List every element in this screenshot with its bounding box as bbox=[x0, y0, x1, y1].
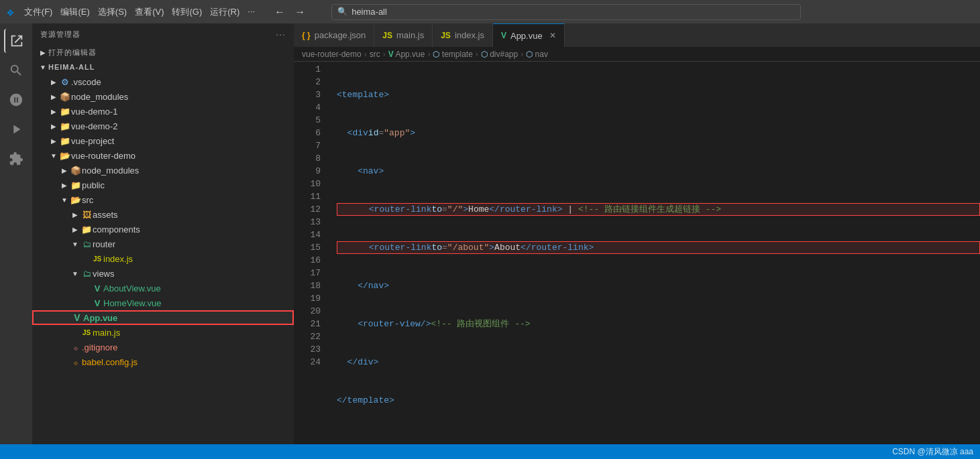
tab-index-js-label: index.js bbox=[455, 30, 484, 40]
components-label: components bbox=[93, 224, 294, 235]
heima-all-arrow: ▼ bbox=[38, 64, 48, 71]
sidebar-item-vue-demo-1[interactable]: ▶ 📁 vue-demo-1 bbox=[32, 104, 294, 119]
node-modules-root-label: node_modules bbox=[71, 92, 294, 102]
public-label: public bbox=[82, 180, 294, 190]
tab-app-vue[interactable]: V App.vue ✕ bbox=[493, 23, 565, 47]
src-icon: 📂 bbox=[70, 195, 82, 205]
activity-search[interactable] bbox=[4, 58, 28, 82]
tab-package-json[interactable]: { } package.json bbox=[294, 23, 374, 47]
index-js-icon: JS bbox=[91, 255, 103, 263]
bc-part-2: V App.vue bbox=[388, 50, 425, 59]
code-content: <template> <div id="app"> <nav> <router-… bbox=[326, 62, 980, 444]
sidebar-item-views[interactable]: ▼ 🗂 views bbox=[32, 266, 294, 281]
sidebar-item-vue-demo-2[interactable]: ▶ 📁 vue-demo-2 bbox=[32, 119, 294, 133]
menu-edit[interactable]: 编辑(E) bbox=[60, 6, 89, 18]
tab-main-js[interactable]: JS main.js bbox=[374, 23, 433, 47]
code-line-9: </template> bbox=[337, 394, 980, 407]
nav-back-button[interactable]: ← bbox=[272, 6, 288, 18]
sidebar-item-mainjs[interactable]: JS main.js bbox=[32, 325, 294, 340]
nav-forward-button[interactable]: → bbox=[292, 6, 308, 18]
breadcrumb: vue-router-demo › src › V App.vue › ⬡ te… bbox=[294, 47, 980, 62]
nav-buttons: ← → bbox=[272, 6, 308, 18]
sidebar-item-public[interactable]: ▶ 📁 public bbox=[32, 178, 294, 192]
bc-vue-icon: V bbox=[388, 50, 394, 59]
index-js-label: index.js bbox=[103, 254, 294, 264]
sidebar-item-components[interactable]: ▶ 📁 components bbox=[32, 222, 294, 237]
sidebar-item-vscode[interactable]: ▶ ⚙ .vscode bbox=[32, 74, 294, 89]
mainjs-label: main.js bbox=[93, 328, 294, 338]
sidebar-item-aboutview[interactable]: V AboutView.vue bbox=[32, 281, 294, 296]
gitignore-label: .gitignore bbox=[82, 342, 294, 352]
app-vue-tab-icon: V bbox=[501, 31, 506, 40]
activity-explorer[interactable] bbox=[4, 29, 28, 53]
sidebar-open-editors[interactable]: ▶ 打开的编辑器 bbox=[32, 45, 294, 60]
homeview-icon: V bbox=[91, 298, 103, 308]
vue-project-label: vue-project bbox=[71, 136, 294, 146]
titlebar: ❖ 文件(F) 编辑(E) 选择(S) 查看(V) 转到(G) 运行(R) ··… bbox=[0, 0, 980, 23]
sidebar-header: 资源管理器 ··· bbox=[32, 23, 294, 45]
sidebar-item-node-modules-vrd[interactable]: ▶ 📦 node_modules bbox=[32, 163, 294, 178]
menu-run[interactable]: 运行(R) bbox=[210, 6, 239, 18]
menu-more[interactable]: ··· bbox=[248, 6, 255, 18]
status-bar: CSDN @清风微凉 aaa bbox=[0, 444, 980, 459]
sidebar-item-node-modules-root[interactable]: ▶ 📦 node_modules bbox=[32, 89, 294, 104]
sidebar-item-babel[interactable]: ⬦ babel.config.js bbox=[32, 354, 294, 369]
code-line-1: <template> bbox=[337, 88, 980, 101]
bc-sep-1: › bbox=[383, 50, 386, 59]
menu-select[interactable]: 选择(S) bbox=[98, 6, 127, 18]
activity-bar bbox=[0, 23, 32, 444]
components-arrow: ▶ bbox=[70, 226, 80, 233]
vue-demo-1-label: vue-demo-1 bbox=[71, 107, 294, 117]
vue-demo-2-arrow: ▶ bbox=[48, 123, 59, 130]
menu-goto[interactable]: 转到(G) bbox=[172, 6, 202, 18]
public-icon: 📁 bbox=[70, 180, 82, 190]
activity-source-control[interactable] bbox=[4, 88, 28, 112]
router-arrow: ▼ bbox=[70, 241, 80, 248]
code-line-2: <div id="app"> bbox=[337, 127, 980, 139]
assets-arrow: ▶ bbox=[70, 211, 80, 218]
search-bar[interactable]: 🔍 bbox=[331, 4, 801, 20]
editor-area: { } package.json JS main.js JS index.js … bbox=[294, 23, 980, 444]
vue-demo-1-arrow: ▶ bbox=[48, 108, 59, 115]
vue-demo-2-icon: 📁 bbox=[59, 121, 71, 131]
code-line-7: <router-view/><!-- 路由视图组件 --> bbox=[337, 318, 980, 330]
sidebar-item-gitignore[interactable]: ⬦ .gitignore bbox=[32, 340, 294, 354]
menu-file[interactable]: 文件(F) bbox=[24, 6, 53, 18]
menu-view[interactable]: 查看(V) bbox=[135, 6, 164, 18]
tab-app-vue-label: App.vue bbox=[510, 31, 543, 41]
sidebar-item-appvue[interactable]: V App.vue bbox=[32, 310, 294, 325]
activity-run[interactable] bbox=[4, 117, 28, 141]
bc-part-5: ⬡ nav bbox=[526, 50, 548, 59]
bc-part-1: src bbox=[370, 50, 380, 59]
vue-demo-1-icon: 📁 bbox=[59, 107, 71, 117]
sidebar-item-assets[interactable]: ▶ 🖼 assets bbox=[32, 207, 294, 222]
activity-extensions[interactable] bbox=[4, 147, 28, 171]
vue-router-demo-icon: 📂 bbox=[59, 151, 71, 161]
main-layout: 资源管理器 ··· ▶ 打开的编辑器 ▼ HEIMA-ALL ▶ ⚙ .vsco… bbox=[0, 23, 980, 444]
sidebar-item-router[interactable]: ▼ 🗂 router bbox=[32, 237, 294, 251]
tab-index-js[interactable]: JS index.js bbox=[433, 23, 493, 47]
tab-close-button[interactable]: ✕ bbox=[549, 31, 556, 40]
bc-sep-4: › bbox=[521, 50, 523, 59]
sidebar-item-heima-all[interactable]: ▼ HEIMA-ALL bbox=[32, 60, 294, 74]
sidebar-item-index-js[interactable]: JS index.js bbox=[32, 251, 294, 266]
assets-label: assets bbox=[93, 210, 294, 220]
sidebar-item-vue-project[interactable]: ▶ 📁 vue-project bbox=[32, 133, 294, 148]
package-json-icon: { } bbox=[302, 31, 311, 40]
node-modules-vrd-label: node_modules bbox=[82, 166, 294, 176]
router-icon: 🗂 bbox=[80, 239, 93, 249]
index-js-tab-icon: JS bbox=[441, 31, 451, 40]
code-line-3: <nav> bbox=[337, 165, 980, 178]
sidebar-item-homeview[interactable]: V HomeView.vue bbox=[32, 296, 294, 310]
bc-part-4: ⬡ div#app bbox=[481, 50, 518, 59]
status-watermark: CSDN @清风微凉 aaa bbox=[892, 446, 973, 458]
appvue-label: App.vue bbox=[83, 313, 292, 323]
aboutview-label: AboutView.vue bbox=[103, 283, 294, 293]
sidebar-more-button[interactable]: ··· bbox=[276, 29, 286, 40]
sidebar-item-vue-router-demo[interactable]: ▼ 📂 vue-router-demo bbox=[32, 148, 294, 163]
vue-project-arrow: ▶ bbox=[48, 137, 59, 145]
search-input[interactable] bbox=[351, 7, 795, 17]
sidebar-item-src[interactable]: ▼ 📂 src bbox=[32, 192, 294, 207]
tabs-bar: { } package.json JS main.js JS index.js … bbox=[294, 23, 980, 47]
code-editor[interactable]: 12345 678910 1112131415 1617181920 21222… bbox=[294, 62, 980, 444]
